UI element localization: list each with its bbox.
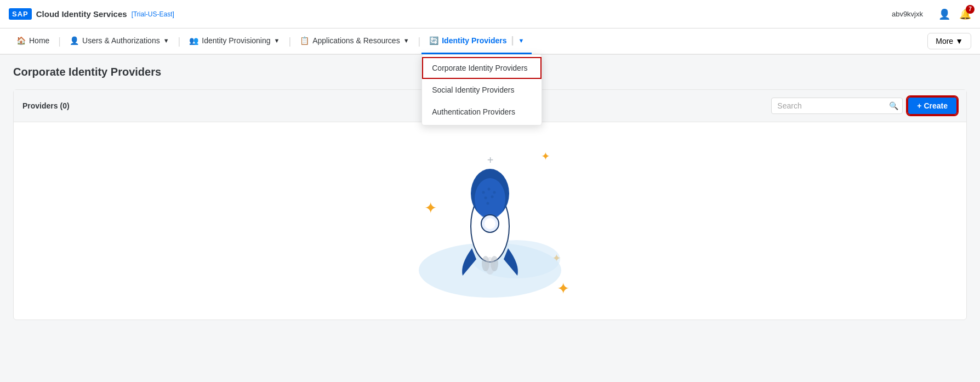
home-icon: 🏠 bbox=[16, 36, 26, 45]
more-label: More bbox=[936, 37, 953, 45]
nav-item-users[interactable]: 👤 Users & Authorizations ▼ bbox=[62, 28, 177, 54]
nav-identity-providers-label: Identity Providers bbox=[442, 36, 506, 45]
sparkle-icon-2: ✦ bbox=[424, 199, 437, 217]
identity-providers-dropdown: Corporate Identity Providers Social Iden… bbox=[421, 54, 542, 126]
nav-item-home[interactable]: 🏠 Home bbox=[9, 28, 57, 54]
svg-point-6 bbox=[485, 197, 487, 199]
user-settings-icon[interactable]: 👤 bbox=[938, 8, 950, 20]
nav-applications-label: Applications & Resources bbox=[312, 36, 400, 45]
sap-logo-box: SAP bbox=[9, 8, 32, 20]
nav-separator-3: | bbox=[288, 36, 291, 47]
nav-item-applications[interactable]: 📋 Applications & Resources ▼ bbox=[292, 28, 417, 54]
search-area: 🔍 + Create bbox=[771, 96, 958, 115]
search-input-wrapper: 🔍 bbox=[771, 98, 903, 114]
sparkle-icon-4: ✦ bbox=[557, 280, 569, 298]
nav-separator-2: | bbox=[178, 36, 181, 47]
identity-providers-chevron-icon[interactable]: ▼ bbox=[519, 37, 525, 44]
svg-point-3 bbox=[482, 191, 485, 194]
rocket-illustration: + ✦ ✦ ✦ ✦ bbox=[402, 144, 578, 309]
applications-chevron-icon: ▼ bbox=[403, 37, 409, 44]
rocket-svg bbox=[446, 161, 534, 283]
svg-point-10 bbox=[485, 218, 495, 229]
nav-item-identity-providers[interactable]: 🔄 Identity Providers | ▼ bbox=[421, 28, 532, 54]
more-button[interactable]: More ▼ bbox=[927, 33, 971, 49]
notification-badge: 7 bbox=[966, 5, 975, 14]
header-icons: 👤 🔔 7 bbox=[938, 8, 971, 20]
empty-state: + ✦ ✦ ✦ ✦ bbox=[14, 122, 966, 320]
tenant-id: abv9kvjxk bbox=[892, 10, 923, 18]
svg-point-8 bbox=[487, 202, 489, 205]
nav-separator-5: | bbox=[511, 35, 514, 46]
search-icon: 🔍 bbox=[889, 101, 898, 110]
svg-point-4 bbox=[488, 188, 491, 191]
provisioning-icon: 👥 bbox=[189, 36, 198, 45]
dropdown-item-corporate[interactable]: Corporate Identity Providers bbox=[422, 57, 542, 79]
nav-provisioning-label: Identity Provisioning bbox=[202, 36, 270, 45]
users-chevron-icon: ▼ bbox=[163, 37, 169, 44]
nav-item-identity-providers-wrapper: 🔄 Identity Providers | ▼ Corporate Ident… bbox=[421, 28, 532, 54]
search-input[interactable] bbox=[771, 98, 903, 114]
more-chevron-icon: ▼ bbox=[955, 37, 963, 45]
users-icon: 👤 bbox=[70, 36, 79, 45]
applications-icon: 📋 bbox=[300, 36, 309, 45]
svg-point-13 bbox=[485, 257, 495, 275]
svg-point-7 bbox=[491, 196, 494, 198]
nav-item-provisioning[interactable]: 👥 Identity Provisioning ▼ bbox=[181, 28, 287, 54]
main-navbar: 🏠 Home | 👤 Users & Authorizations ▼ | 👥 … bbox=[0, 28, 980, 55]
sap-logo[interactable]: SAP Cloud Identity Services [Trial-US-Ea… bbox=[9, 8, 174, 20]
nav-users-label: Users & Authorizations bbox=[82, 36, 160, 45]
app-header: SAP Cloud Identity Services [Trial-US-Ea… bbox=[0, 0, 980, 28]
providers-count-label: Providers (0) bbox=[22, 101, 771, 110]
dropdown-item-authentication[interactable]: Authentication Providers bbox=[422, 101, 542, 123]
provisioning-chevron-icon: ▼ bbox=[274, 37, 280, 44]
nav-home-label: Home bbox=[29, 36, 49, 45]
svg-point-2 bbox=[475, 178, 505, 220]
notification-icon[interactable]: 🔔 7 bbox=[959, 8, 971, 20]
app-title: Cloud Identity Services bbox=[36, 9, 127, 19]
nav-separator-4: | bbox=[418, 36, 421, 47]
svg-point-5 bbox=[493, 191, 496, 194]
nav-separator-1: | bbox=[58, 36, 61, 47]
sparkle-icon-1: ✦ bbox=[541, 150, 550, 163]
create-button[interactable]: + Create bbox=[907, 96, 958, 115]
dropdown-item-social[interactable]: Social Identity Providers bbox=[422, 79, 542, 101]
identity-providers-icon: 🔄 bbox=[429, 36, 438, 45]
trial-badge: [Trial-US-East] bbox=[132, 10, 174, 18]
